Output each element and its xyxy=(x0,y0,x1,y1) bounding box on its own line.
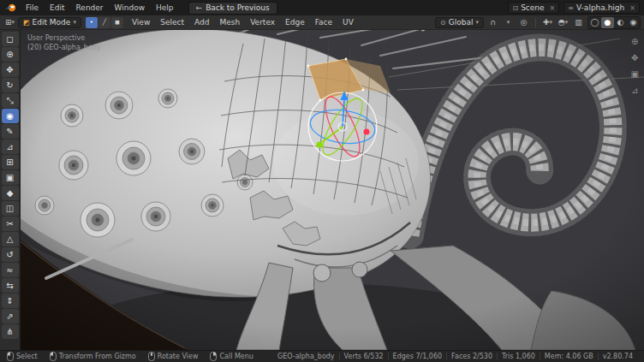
blender-window: File Edit Render Window Help ← Back to P… xyxy=(0,0,644,362)
menu-face[interactable]: Face xyxy=(311,17,337,27)
vertex-select-mode-button[interactable]: • xyxy=(86,17,98,28)
stat-memory: Mem: 4.06 GB xyxy=(540,353,598,360)
view-layer-remove-icon[interactable]: × xyxy=(627,4,635,12)
status-bar: Select Transform From Gizmo Rotate View … xyxy=(0,350,644,362)
tool-cursor[interactable]: ⊕ xyxy=(2,47,19,62)
tool-rotate[interactable]: ↻ xyxy=(2,78,19,92)
back-to-previous-button[interactable]: ← Back to Previous xyxy=(188,2,277,15)
shading-rendered-icon[interactable]: ◉ xyxy=(627,17,640,28)
menu-mesh[interactable]: Mesh xyxy=(215,17,244,27)
tool-loop-cut[interactable]: ◫ xyxy=(2,201,19,216)
chevron-down-icon: ▾ xyxy=(475,19,479,26)
hint-call-menu: Call Menu xyxy=(210,352,253,361)
move-view-icon[interactable]: ✥ xyxy=(631,53,638,62)
menu-uv[interactable]: UV xyxy=(338,17,358,27)
tool-shear[interactable]: ⇗ xyxy=(2,309,19,323)
globe-icon: ⊙ xyxy=(440,19,446,27)
menu-file[interactable]: File xyxy=(21,3,44,13)
shading-solid-icon[interactable]: ● xyxy=(601,17,614,28)
menu-vertex[interactable]: Vertex xyxy=(246,17,279,27)
hint-transform-gizmo: Transform From Gizmo xyxy=(50,352,136,361)
active-object-label: (20) GEO-alpha_body xyxy=(27,43,101,52)
viewport-header: ⊞▾ ◩ Edit Mode ▾ • ╱ ◼ View Select Add M… xyxy=(0,15,644,30)
tool-spin[interactable]: ↺ xyxy=(2,247,19,262)
tool-bevel[interactable]: ◆ xyxy=(2,186,19,200)
snap-target-dropdown-icon[interactable]: ▾ xyxy=(502,17,515,28)
chevron-down-icon: ▾ xyxy=(73,19,76,26)
shading-wireframe-icon[interactable]: ◯ xyxy=(588,17,601,28)
stat-edges: Edges 7/1,060 xyxy=(388,353,447,360)
stat-verts: Verts 6/532 xyxy=(339,353,388,360)
menu-add[interactable]: Add xyxy=(190,17,213,27)
transform-orientation-dropdown[interactable]: ⊙ Global ▾ xyxy=(435,17,484,28)
scene-unlink-icon[interactable]: × xyxy=(547,4,556,12)
overlays-icon[interactable]: ◓▾ xyxy=(557,17,569,28)
hint-select-label: Select xyxy=(16,353,38,360)
back-arrow-icon: ← xyxy=(196,3,203,12)
snap-magnet-icon[interactable]: ∩ xyxy=(486,17,499,28)
tool-annotate[interactable]: ✎ xyxy=(2,124,19,139)
middle-mouse-icon xyxy=(148,352,155,361)
viewport-nav-icons: ⊕ ✥ ▣ ⊿ xyxy=(631,37,639,95)
menu-help[interactable]: Help xyxy=(151,3,179,13)
viewport-3d[interactable]: User Perspective (20) GEO-alpha_body ⊕ ✥… xyxy=(21,30,644,350)
tool-move[interactable]: ✥ xyxy=(2,62,19,77)
tool-edge-slide[interactable]: ⇆ xyxy=(2,278,19,293)
mode-dropdown[interactable]: ◩ Edit Mode ▾ xyxy=(18,17,81,28)
tool-smooth[interactable]: ≈ xyxy=(2,263,19,277)
tool-shelf: ◻ ⊕ ✥ ↻ ⤡ ◉ ✎ ⊿ ⊞ ▣ ◆ ◫ ✂ △ ↺ ≈ ⇆ ⇕ ⇗ ⋔ xyxy=(0,30,21,350)
tool-poly-build[interactable]: △ xyxy=(2,232,19,246)
left-mouse-icon xyxy=(7,352,14,361)
menu-render[interactable]: Render xyxy=(71,3,109,13)
hint-transform-label: Transform From Gizmo xyxy=(59,353,136,360)
scene-name: Scene xyxy=(521,3,544,12)
xray-toggle-icon[interactable]: ▥ xyxy=(572,17,585,28)
menu-select[interactable]: Select xyxy=(156,17,188,27)
stat-tris: Tris 1,060 xyxy=(497,353,540,360)
tool-select-box[interactable]: ◻ xyxy=(2,32,19,46)
view-layer-selector[interactable]: ≡ V-alpha.high × xyxy=(564,2,640,14)
camera-view-icon[interactable]: ▣ xyxy=(631,69,639,79)
menu-view[interactable]: View xyxy=(128,17,154,27)
editor-type-icon[interactable]: ⊞▾ xyxy=(3,17,16,28)
menu-edge[interactable]: Edge xyxy=(281,17,309,27)
orientation-label: Global xyxy=(449,18,474,27)
zoom-icon[interactable]: ⊕ xyxy=(631,37,638,46)
shading-material-icon[interactable]: ◐ xyxy=(614,17,627,28)
main-area: ◻ ⊕ ✥ ↻ ⤡ ◉ ✎ ⊿ ⊞ ▣ ◆ ◫ ✂ △ ↺ ≈ ⇆ ⇕ ⇗ ⋔ … xyxy=(0,30,644,350)
edge-select-mode-button[interactable]: ╱ xyxy=(98,17,110,28)
menu-edit[interactable]: Edit xyxy=(45,3,69,13)
hint-select: Select xyxy=(7,352,38,361)
perspective-toggle-icon[interactable]: ⊿ xyxy=(631,86,638,95)
edit-mode-icon: ◩ xyxy=(23,19,30,27)
tool-scale[interactable]: ⤡ xyxy=(2,93,19,108)
view-layer-icon: ≡ xyxy=(568,4,574,12)
stat-version: v2.80.74 xyxy=(598,353,637,360)
top-menu-bar: File Edit Render Window Help ← Back to P… xyxy=(0,0,644,15)
select-mode-buttons: • ╱ ◼ xyxy=(86,17,123,28)
shading-mode-group: ◯ ● ◐ ◉ xyxy=(587,16,641,29)
tool-shrink-fatten[interactable]: ⇕ xyxy=(2,294,19,308)
tool-rip-region[interactable]: ⋔ xyxy=(2,324,19,339)
show-gizmo-icon[interactable]: ✚▾ xyxy=(541,17,554,28)
right-mouse-icon xyxy=(210,352,217,361)
tool-measure[interactable]: ⊿ xyxy=(2,139,19,154)
tail-spiral xyxy=(410,47,613,235)
tool-extrude-region[interactable]: ⊞ xyxy=(2,155,19,169)
scene-render xyxy=(21,30,644,350)
topbar-right: ⊡ Scene × ≡ V-alpha.high × xyxy=(508,2,640,14)
proportional-editing-icon[interactable]: ◎ xyxy=(517,17,530,28)
viewport-text-overlay: User Perspective (20) GEO-alpha_body xyxy=(27,33,101,52)
blender-logo-icon[interactable] xyxy=(4,3,18,13)
divider xyxy=(535,18,536,27)
tool-transform[interactable]: ◉ xyxy=(2,109,19,123)
statusbar-stats: GEO-alpha_body Verts 6/532 Edges 7/1,060… xyxy=(273,353,637,360)
scene-selector[interactable]: ⊡ Scene × xyxy=(508,2,559,14)
view-layer-name: V-alpha.high xyxy=(576,3,624,12)
menu-window[interactable]: Window xyxy=(110,3,151,13)
tool-inset-faces[interactable]: ▣ xyxy=(2,170,19,185)
stat-object-name: GEO-alpha_body xyxy=(273,353,339,360)
scene-icon: ⊡ xyxy=(512,4,518,12)
face-select-mode-button[interactable]: ◼ xyxy=(111,17,123,28)
tool-knife[interactable]: ✂ xyxy=(2,217,19,231)
